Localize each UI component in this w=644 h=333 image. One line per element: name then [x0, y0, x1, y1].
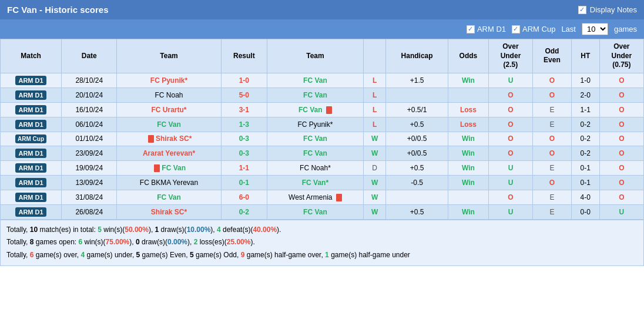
team-home-name: FC Van — [157, 120, 181, 129]
cell-team-away: FC Van — [267, 73, 364, 88]
cell-team-away: FC Van — [267, 204, 364, 219]
summary-line2: Totally, 8 games open: 6 win(s)(75.00%),… — [6, 236, 638, 249]
cell-odds: Loss — [448, 117, 488, 132]
team-away-name: FC Pyunik* — [297, 120, 333, 129]
result-value: 0-3 — [239, 149, 249, 157]
cell-handicap: +0.5/1 — [386, 102, 448, 117]
team-away-name: West Armenia — [289, 193, 332, 201]
cell-odd-even: O — [533, 88, 572, 102]
red-card-icon — [154, 164, 160, 172]
cell-odd-even: E — [533, 102, 572, 117]
outcome-value: L — [373, 106, 377, 114]
arm-cup-checkbox[interactable] — [512, 25, 520, 33]
outcome-value: D — [372, 164, 377, 172]
team-home-name: Ararat Yerevan* — [143, 149, 195, 157]
arm-d1-checkbox[interactable] — [467, 25, 475, 33]
league-badge: ARM D1 — [15, 193, 46, 202]
cell-league: ARM D1 — [1, 73, 62, 88]
over-under-075-value: U — [619, 208, 625, 216]
cell-ht: 4-0 — [571, 190, 599, 204]
display-notes-area: Display Notes — [578, 5, 637, 14]
outcome-value: L — [373, 91, 377, 99]
cell-odd-even: E — [533, 204, 572, 219]
cell-date: 28/10/24 — [62, 73, 117, 88]
team-home-name: FC Van — [157, 193, 181, 201]
col-over-under-075: OverUnder(0.75) — [599, 39, 643, 73]
table-row: ARM D126/08/24Shirak SC*0-2FC VanW+0.5Wi… — [1, 204, 644, 219]
odd-even-value: E — [549, 164, 554, 172]
cell-over-under-25: U — [488, 73, 532, 88]
league-badge: ARM D1 — [15, 163, 46, 173]
table-row: ARM D106/10/24FC Van1-3FC Pyunik*L+0.5Lo… — [1, 117, 644, 132]
cell-date: 19/09/24 — [62, 160, 117, 175]
cell-league: ARM D1 — [1, 102, 62, 117]
cell-team-away: FC Van — [267, 102, 364, 117]
table-row: ARM D123/09/24Ararat Yerevan*0-3FC VanW+… — [1, 146, 644, 160]
header-bar: FC Van - Historic scores Display Notes — [0, 0, 644, 19]
last-games-select[interactable]: 10 20 30 — [582, 23, 608, 35]
historic-scores-table: Match Date Team Result Team Handicap Odd… — [0, 39, 644, 220]
result-value: 1-1 — [239, 164, 249, 172]
cell-over-under-25: O — [488, 146, 532, 160]
team-home-name: Shirak SC* — [151, 208, 187, 216]
over-under-25-value: O — [508, 149, 513, 157]
cell-league: ARM D1 — [1, 175, 62, 190]
cell-over-under-25: O — [488, 102, 532, 117]
team-home-name: FC BKMA Yerevan — [140, 179, 198, 187]
league-badge: ARM D1 — [15, 90, 46, 100]
cell-over-under-25: O — [488, 88, 532, 102]
cell-outcome: L — [363, 102, 385, 117]
cell-league: ARM D1 — [1, 88, 62, 102]
cell-team-away: FC Van — [267, 88, 364, 102]
cell-ht: 0-1 — [571, 175, 599, 190]
outcome-value: W — [371, 179, 378, 187]
cell-result: 1-0 — [221, 73, 267, 88]
cell-date: 31/08/24 — [62, 190, 117, 204]
result-value: 5-0 — [239, 91, 249, 99]
cell-team-home: Shirak SC* — [117, 132, 221, 146]
cell-result: 6-0 — [221, 190, 267, 204]
outcome-value: W — [371, 149, 378, 157]
cell-ht: 0-2 — [571, 117, 599, 132]
cell-over-under-25: U — [488, 175, 532, 190]
odd-even-value: E — [549, 193, 554, 201]
cell-over-under-25: U — [488, 160, 532, 175]
cell-team-home: FC BKMA Yerevan — [117, 175, 221, 190]
over-under-25-value: O — [508, 91, 513, 99]
outcome-value: L — [373, 76, 377, 85]
arm-d1-label: ARM D1 — [477, 25, 506, 33]
over-under-25-value: U — [508, 208, 514, 216]
outcome-value: L — [373, 120, 377, 129]
cell-outcome: W — [363, 132, 385, 146]
cell-ht: 0-1 — [571, 160, 599, 175]
odd-even-value: O — [549, 179, 555, 187]
cell-odds: Win — [448, 204, 488, 219]
cell-odds: Loss — [448, 102, 488, 117]
table-row: ARM D120/10/24FC Noah5-0FC VanLOO2-0O — [1, 88, 644, 102]
over-under-25-value: U — [508, 164, 514, 172]
team-away-name: FC Van — [303, 134, 327, 143]
cell-odds: Win — [448, 175, 488, 190]
over-under-075-value: O — [619, 193, 624, 201]
cell-result: 1-3 — [221, 117, 267, 132]
cell-date: 26/08/24 — [62, 204, 117, 219]
cell-outcome: W — [363, 175, 385, 190]
odds-value: Win — [462, 179, 475, 187]
odds-value: Loss — [460, 106, 477, 114]
cell-over-under-25: O — [488, 117, 532, 132]
over-under-075-value: O — [619, 106, 624, 114]
display-notes-checkbox[interactable] — [578, 6, 586, 14]
cell-date: 16/10/24 — [62, 102, 117, 117]
cell-handicap — [386, 190, 448, 204]
table-row: ARM Cup01/10/24 Shirak SC*0-3FC VanW+0/0… — [1, 132, 644, 146]
cell-odd-even: O — [533, 146, 572, 160]
col-over-under-25: OverUnder(2.5) — [488, 39, 532, 73]
arm-cup-label: ARM Cup — [522, 25, 555, 33]
cell-team-away: FC Noah* — [267, 160, 364, 175]
col-odd-even: OddEven — [533, 39, 572, 73]
cell-result: 0-3 — [221, 132, 267, 146]
red-card-icon — [336, 194, 342, 201]
cell-league: ARM D1 — [1, 190, 62, 204]
red-card-icon — [148, 135, 154, 143]
cell-league: ARM D1 — [1, 117, 62, 132]
